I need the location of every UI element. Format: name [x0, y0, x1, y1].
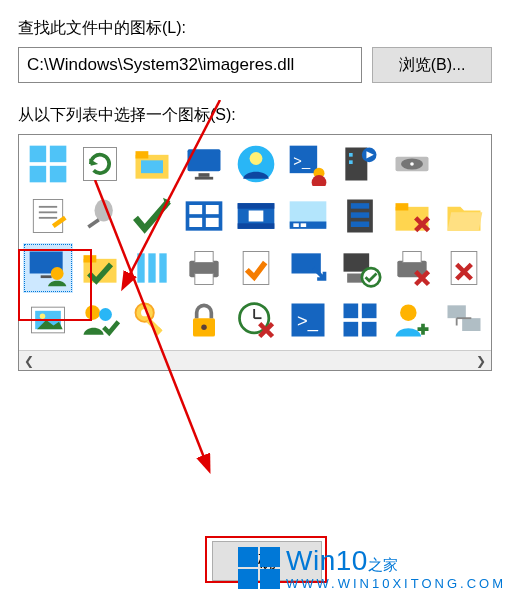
icon-clock-x[interactable] [231, 295, 281, 345]
watermark-sub: 之家 [368, 556, 398, 573]
svg-rect-7 [141, 160, 163, 173]
svg-point-75 [141, 309, 148, 316]
icon-key[interactable] [127, 295, 177, 345]
svg-rect-57 [159, 253, 166, 282]
icon-library[interactable] [127, 243, 177, 293]
svg-rect-24 [33, 200, 62, 233]
icon-lock[interactable] [179, 295, 229, 345]
svg-point-79 [201, 325, 207, 331]
svg-rect-56 [148, 253, 155, 282]
scroll-left-icon[interactable]: ❮ [19, 351, 39, 371]
svg-rect-39 [249, 211, 264, 222]
icon-tiles[interactable] [335, 295, 385, 345]
svg-text:>_: >_ [297, 310, 319, 332]
svg-rect-38 [238, 223, 275, 229]
icon-file-check[interactable] [231, 243, 281, 293]
svg-rect-34 [189, 218, 202, 227]
icon-printer-x[interactable] [387, 243, 437, 293]
icon-list: >_>_ ❮ ❯ [18, 134, 492, 371]
horizontal-scrollbar[interactable]: ❮ ❯ [19, 350, 491, 370]
svg-rect-51 [41, 275, 52, 278]
svg-rect-32 [189, 205, 202, 214]
icon-server[interactable] [335, 191, 385, 241]
icon-folder-x[interactable] [387, 191, 437, 241]
svg-rect-88 [362, 322, 377, 337]
svg-text:>_: >_ [293, 153, 311, 169]
icon-drive[interactable] [387, 139, 437, 189]
svg-rect-1 [50, 146, 66, 163]
svg-rect-85 [344, 304, 359, 319]
svg-rect-60 [195, 274, 213, 285]
svg-rect-47 [351, 222, 369, 228]
svg-point-29 [95, 200, 113, 222]
browse-button[interactable]: 浏览(B)... [372, 47, 492, 83]
icon-refresh[interactable] [75, 139, 125, 189]
icon-blank[interactable] [439, 139, 489, 189]
svg-point-23 [410, 162, 414, 166]
icon-user-plus[interactable] [387, 295, 437, 345]
svg-point-16 [312, 175, 327, 186]
svg-rect-43 [301, 223, 307, 227]
scroll-right-icon[interactable]: ❯ [471, 351, 491, 371]
icon-network[interactable] [439, 295, 489, 345]
icon-pc-check[interactable] [335, 243, 385, 293]
icon-check-arrow[interactable] [127, 191, 177, 241]
svg-rect-30 [87, 218, 100, 228]
svg-rect-68 [451, 252, 477, 285]
icon-ps-user[interactable]: >_ [283, 139, 333, 189]
icon-picture[interactable] [23, 295, 73, 345]
svg-rect-9 [199, 173, 210, 177]
icon-pin[interactable] [75, 191, 125, 241]
svg-point-52 [51, 267, 64, 280]
windows-logo-icon [238, 547, 280, 589]
svg-rect-20 [349, 160, 353, 164]
svg-point-72 [85, 305, 100, 320]
icon-server-media[interactable] [335, 139, 385, 189]
svg-rect-19 [349, 153, 353, 157]
svg-rect-67 [403, 252, 421, 263]
icon-apps[interactable] [23, 139, 73, 189]
svg-point-12 [250, 152, 263, 165]
watermark-brand: Win10 [286, 545, 368, 576]
svg-rect-49 [396, 203, 409, 210]
icon-ps-tile[interactable]: >_ [283, 295, 333, 345]
svg-rect-91 [462, 318, 480, 331]
svg-rect-90 [448, 305, 466, 318]
icon-path-input[interactable] [18, 47, 362, 83]
svg-rect-35 [206, 218, 219, 227]
icon-folder-explorer[interactable] [127, 139, 177, 189]
svg-point-73 [99, 308, 112, 321]
icon-taskbar[interactable] [283, 191, 333, 241]
svg-rect-87 [344, 322, 359, 337]
icon-monitor-user[interactable] [23, 243, 73, 293]
svg-rect-3 [50, 166, 66, 183]
svg-point-71 [40, 314, 46, 320]
svg-rect-59 [195, 252, 213, 263]
svg-rect-33 [206, 205, 219, 214]
svg-rect-4 [84, 148, 117, 181]
icon-windows-tile[interactable] [179, 191, 229, 241]
icon-user-circle[interactable] [231, 139, 281, 189]
svg-rect-2 [30, 166, 46, 183]
icon-folder-open[interactable] [439, 191, 489, 241]
icon-filmstrip[interactable] [231, 191, 281, 241]
svg-point-89 [400, 304, 417, 321]
svg-rect-10 [195, 177, 213, 180]
svg-rect-61 [243, 252, 269, 285]
svg-rect-86 [362, 304, 377, 319]
svg-rect-37 [238, 203, 275, 209]
svg-rect-46 [351, 212, 369, 218]
icon-printer[interactable] [179, 243, 229, 293]
icon-notepad[interactable] [23, 191, 73, 241]
icon-display[interactable] [179, 139, 229, 189]
icon-file-x[interactable] [439, 243, 489, 293]
svg-rect-0 [30, 146, 46, 163]
svg-rect-6 [136, 151, 149, 158]
watermark-url: WWW.WIN10XITONG.COM [286, 577, 506, 591]
select-icon-label: 从以下列表中选择一个图标(S): [18, 105, 492, 126]
svg-rect-45 [351, 203, 369, 209]
icon-monitor-arrow[interactable] [283, 243, 333, 293]
icon-folder-check[interactable] [75, 243, 125, 293]
svg-rect-54 [84, 255, 97, 262]
icon-users-check[interactable] [75, 295, 125, 345]
